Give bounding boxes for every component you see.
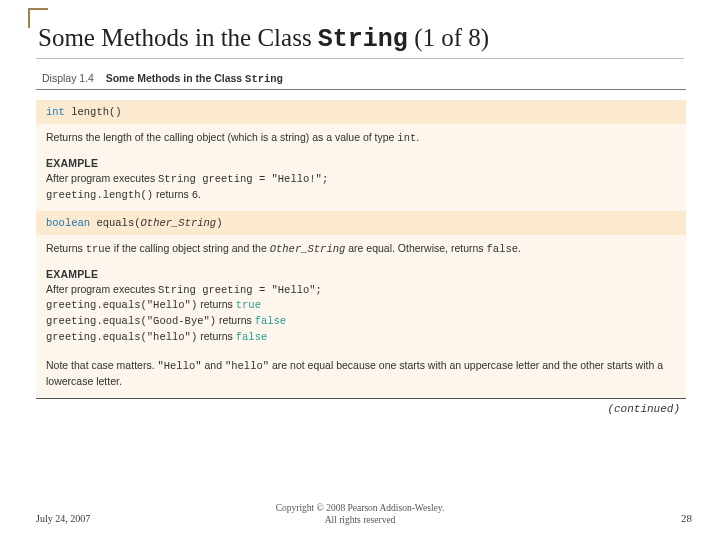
continued-label: (continued) [36,399,686,415]
title-code: String [318,25,408,54]
method-description: Returns the length of the calling object… [36,124,686,153]
method-description: Returns true if the calling object strin… [36,235,686,264]
title-underline [36,58,684,59]
example-label: EXAMPLE [36,153,686,169]
method-note: Note that case matters. "Hello" and "hel… [36,352,686,397]
method-signature-equals: boolean equals(Other_String) [36,211,686,235]
method-signature-length: int length() [36,100,686,124]
example-body-length: After program executes String greeting =… [36,169,686,210]
book-excerpt: Display 1.4 Some Methods in the Class St… [36,72,686,415]
display-label: Display 1.4 [42,72,94,84]
method-name: length() [65,106,122,118]
method-name: equals( [90,217,140,229]
example-label: EXAMPLE [36,264,686,280]
footer-copyright: Copyright © 2008 Pearson Addison-Wesley.… [0,503,720,526]
display-heading-code: String [245,73,283,85]
method-close: ) [216,217,222,229]
return-type: int [46,106,65,118]
slide-title: Some Methods in the Class String (1 of 8… [38,24,489,54]
return-type: boolean [46,217,90,229]
method-arg: Other_String [141,217,217,229]
footer-page-number: 28 [681,512,692,524]
title-pre: Some Methods in the Class [38,24,318,51]
display-heading: Display 1.4 Some Methods in the Class St… [36,72,686,90]
example-body-equals: After program executes String greeting =… [36,280,686,353]
title-post: (1 of 8) [408,24,489,51]
display-heading-pre: Some Methods in the Class [106,72,245,84]
